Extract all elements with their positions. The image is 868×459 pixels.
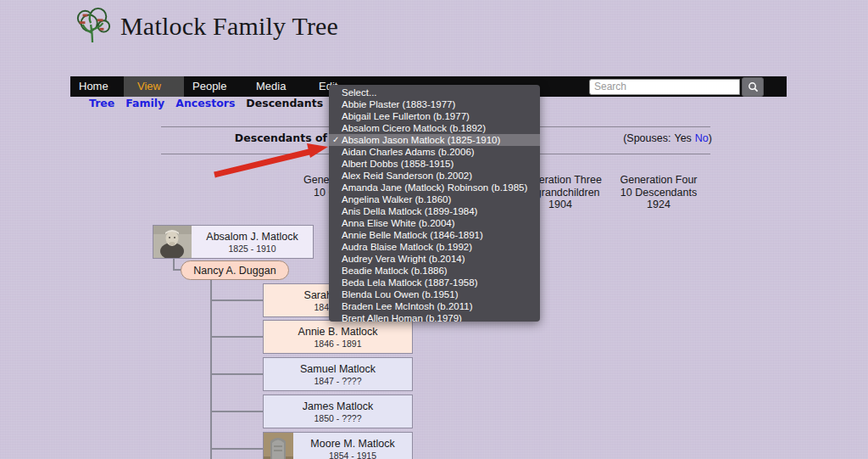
dropdown-option[interactable]: Abbie Plaster (1883-1977) [329, 98, 540, 110]
branch-line [211, 299, 263, 301]
dropdown-option[interactable]: Blenda Lou Owen (b.1951) [329, 288, 540, 300]
menu-media[interactable]: Media [248, 76, 310, 97]
gravestone-photo [264, 433, 293, 459]
person-box-root[interactable]: Absalom J. Matlock 1825 - 1910 [153, 225, 314, 259]
dropdown-option[interactable]: Absalom Cicero Matlock (b.1892) [329, 122, 540, 134]
descent-trunk-line [210, 279, 212, 459]
subnav-tree[interactable]: Tree [89, 97, 114, 109]
dropdown-option[interactable]: Abigail Lee Fullerton (b.1977) [329, 110, 540, 122]
dropdown-option[interactable]: Angelina Walker (b.1860) [329, 193, 540, 205]
dropdown-option[interactable]: Braden Lee McIntosh (b.2011) [329, 300, 540, 312]
dropdown-option[interactable]: Anna Elise White (b.2004) [329, 217, 540, 229]
branch-line [211, 448, 263, 450]
checkmark-icon: ✓ [332, 134, 339, 146]
generation-count: 10 Descendants [587, 187, 731, 199]
person-box-child[interactable]: Annie B. Matlock 1846 - 1891 [263, 320, 413, 354]
person-name: Samuel Matlock [264, 363, 412, 376]
person-box-child[interactable]: Samuel Matlock 1847 - ???? [263, 357, 413, 391]
page-title: Matlock Family Tree [120, 12, 338, 41]
spouse-name: Nancy A. Duggan [193, 265, 275, 277]
branch-line [211, 373, 263, 375]
dropdown-option[interactable]: Albert Dobbs (1858-1915) [329, 158, 540, 170]
spouse-pill[interactable]: Nancy A. Duggan [181, 260, 289, 280]
search-icon [748, 81, 759, 92]
person-dates: 1854 - 1915 [293, 451, 412, 459]
person-name: Annie B. Matlock [264, 326, 412, 339]
person-dates: 1825 - 1910 [192, 243, 313, 254]
dropdown-option[interactable]: Aidan Charles Adams (b.2006) [329, 146, 540, 158]
dropdown-option[interactable]: Select... [329, 87, 540, 98]
menu-view-active[interactable]: View [124, 76, 184, 97]
subnav-family[interactable]: Family [125, 97, 164, 109]
dropdown-option[interactable]: Brent Allen Homan (b.1979) [329, 312, 540, 322]
person-dates: 1847 - ???? [264, 376, 412, 386]
dropdown-option[interactable]: Beadie Matlock (b.1886) [329, 265, 540, 277]
dropdown-option[interactable]: Annie Belle Matlock (1846-1891) [329, 229, 540, 241]
branch-line [211, 336, 263, 338]
person-name: Absalom J. Matlock [192, 231, 313, 243]
search-input[interactable] [589, 79, 740, 95]
menu-home[interactable]: Home [70, 76, 124, 97]
generation-four-header: Generation Four 10 Descendants 1924 [587, 174, 731, 211]
branch-line [211, 411, 263, 412]
generation-title: Generation Four [587, 174, 731, 187]
search-group [589, 77, 764, 97]
menu-people[interactable]: People [184, 76, 248, 97]
dropdown-option[interactable]: Audra Blaise Matlock (b.1992) [329, 241, 540, 253]
spouses-toggle: (Spouses:YesNo) [541, 132, 712, 144]
search-button[interactable] [742, 77, 764, 97]
person-box-child[interactable]: James Matlock 1850 - ???? [263, 395, 413, 428]
subnav-descendants: Descendants [246, 97, 323, 109]
spouses-no-link[interactable]: No [695, 132, 709, 144]
descendants-of-label: Descendants of [158, 132, 327, 144]
dropdown-option[interactable]: Anis Della Matlock (1899-1984) [329, 205, 540, 217]
person-name: James Matlock [264, 400, 412, 413]
spouses-label: (Spouses: [623, 132, 670, 144]
generation-year: 1924 [587, 199, 731, 211]
person-name: Moore M. Matlock [293, 438, 412, 451]
subnav-ancestors[interactable]: Ancestors [175, 97, 235, 109]
family-tree-logo-icon [73, 7, 114, 44]
portrait-photo [153, 226, 192, 258]
dropdown-option[interactable]: Beda Lela Matlock (1887-1958) [329, 277, 540, 288]
person-dates: 1846 - 1891 [264, 339, 412, 349]
dropdown-option[interactable]: Amanda Jane (Matlock) Robinson (b.1985) [329, 182, 540, 193]
dropdown-option[interactable]: Audrey Vera Wright (b.2014) [329, 253, 540, 265]
view-subnav: Tree Family Ancestors Descendants Kin [89, 97, 353, 109]
person-box-child[interactable]: Moore M. Matlock 1854 - 1915 [263, 432, 413, 459]
dropdown-option-selected[interactable]: ✓ Absalom Jason Matlock (1825-1910) [329, 134, 540, 146]
spouses-yes: Yes [674, 132, 691, 144]
person-dates: 1850 - ???? [264, 413, 412, 423]
spouses-label-close: ) [709, 132, 712, 144]
person-select-dropdown: Select... Abbie Plaster (1883-1977) Abig… [329, 85, 540, 322]
dropdown-option[interactable]: Alex Reid Sanderson (b.2002) [329, 170, 540, 182]
page: Matlock Family Tree Home View People Med… [0, 0, 868, 459]
